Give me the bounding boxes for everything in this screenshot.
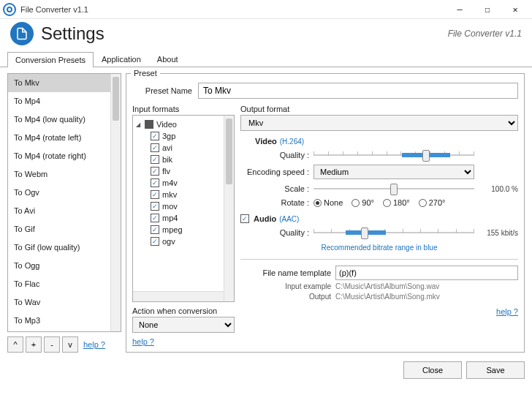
checkbox-icon[interactable]: ✓ bbox=[151, 202, 159, 211]
radio-icon bbox=[352, 199, 360, 207]
move-down-button[interactable]: v bbox=[62, 336, 78, 353]
checkbox-icon[interactable]: ✓ bbox=[151, 132, 159, 140]
action-label: Action when conversion bbox=[132, 306, 235, 315]
filename-template-label: File name template bbox=[240, 268, 335, 277]
checkbox-icon[interactable]: ✓ bbox=[151, 214, 159, 222]
tab-application[interactable]: Application bbox=[94, 51, 149, 67]
checkbox-icon[interactable]: ✓ bbox=[151, 225, 159, 234]
video-codec-label: (H.264) bbox=[280, 138, 304, 146]
action-select[interactable]: None bbox=[132, 317, 235, 333]
checkbox-icon[interactable]: ✓ bbox=[151, 155, 159, 164]
preset-list-scrollbar[interactable] bbox=[110, 74, 121, 331]
output-example-value: C:\Music\Artist\Album\Song.mkv bbox=[335, 293, 518, 301]
encoding-speed-select[interactable]: Medium bbox=[314, 165, 474, 179]
scale-slider[interactable] bbox=[314, 182, 474, 195]
audio-section-label: Audio bbox=[254, 214, 276, 223]
checkbox-indeterminate[interactable] bbox=[145, 120, 153, 129]
tree-group-video[interactable]: ◢ Video bbox=[134, 118, 222, 130]
rotate-label: Rotate : bbox=[240, 198, 314, 207]
divider bbox=[240, 259, 518, 260]
filename-template-input[interactable] bbox=[335, 266, 518, 280]
preset-item[interactable]: To Ogv bbox=[8, 184, 110, 202]
audio-quality-slider[interactable] bbox=[314, 226, 474, 239]
checkbox-icon[interactable]: ✓ bbox=[151, 190, 159, 199]
video-quality-label: Quality : bbox=[240, 151, 314, 159]
preset-item[interactable]: To Flac bbox=[8, 275, 110, 293]
audio-bitrate-value: 155 kbit/s bbox=[474, 229, 518, 237]
tree-item[interactable]: ✓mpeg bbox=[134, 224, 222, 236]
page-title: Settings bbox=[41, 23, 104, 44]
tree-item[interactable]: ✓flv bbox=[134, 165, 222, 177]
tree-item[interactable]: ✓avi bbox=[134, 142, 222, 154]
preset-legend: Preset bbox=[131, 69, 160, 78]
preset-item[interactable]: To Avi bbox=[8, 202, 110, 220]
rotate-90-radio[interactable]: 90° bbox=[352, 198, 374, 207]
input-example-label: Input example bbox=[240, 282, 335, 290]
triangle-down-icon: ◢ bbox=[136, 121, 142, 128]
preset-name-input[interactable] bbox=[198, 83, 518, 99]
tree-item[interactable]: ✓mp4 bbox=[134, 212, 222, 224]
preset-item[interactable]: To Ogg bbox=[8, 257, 110, 275]
remove-preset-button[interactable]: - bbox=[44, 336, 60, 353]
input-example-value: C:\Music\Artist\Album\Song.wav bbox=[335, 282, 518, 290]
app-icon bbox=[3, 3, 16, 16]
tab-about[interactable]: About bbox=[149, 51, 186, 67]
preset-item[interactable]: To Mp4 (rotate left) bbox=[8, 129, 110, 147]
recommended-bitrate-note: Recommended bitrate range in blue bbox=[240, 244, 518, 252]
tree-scrollbar-horizontal[interactable] bbox=[133, 291, 224, 301]
preset-help-link[interactable]: help ? bbox=[83, 340, 105, 349]
audio-enable-checkbox[interactable]: ✓ bbox=[240, 214, 249, 223]
radio-icon bbox=[419, 199, 427, 207]
rotate-none-radio[interactable]: None bbox=[314, 198, 343, 207]
preset-name-label: Preset Name bbox=[132, 86, 198, 95]
logo-icon bbox=[10, 22, 34, 45]
preset-item[interactable]: To Mp4 (low quality) bbox=[8, 110, 110, 129]
save-button[interactable]: Save bbox=[466, 361, 525, 379]
audio-quality-label: Quality : bbox=[240, 228, 314, 237]
preset-list[interactable]: To Mkv To Mp4 To Mp4 (low quality) To Mp… bbox=[8, 74, 110, 331]
output-example-label: Output bbox=[240, 293, 335, 301]
input-formats-label: Input formats bbox=[132, 105, 235, 113]
preset-item[interactable]: To Wav bbox=[8, 293, 110, 312]
tree-item[interactable]: ✓ogv bbox=[134, 236, 222, 247]
preset-item[interactable]: To Gif (low quality) bbox=[8, 238, 110, 257]
preset-item[interactable]: To Webm bbox=[8, 165, 110, 184]
checkbox-icon[interactable]: ✓ bbox=[151, 237, 159, 246]
tab-conversion-presets[interactable]: Conversion Presets bbox=[7, 52, 94, 67]
preset-item[interactable]: To Mp3 bbox=[8, 312, 110, 330]
tree-item[interactable]: ✓mkv bbox=[134, 189, 222, 200]
tree-item[interactable]: ✓bik bbox=[134, 154, 222, 165]
scale-value: 100.0 % bbox=[474, 185, 518, 193]
checkbox-icon[interactable]: ✓ bbox=[151, 143, 159, 152]
scale-label: Scale : bbox=[240, 184, 314, 193]
action-help-link[interactable]: help ? bbox=[132, 337, 235, 346]
preset-item[interactable]: To Mp4 (rotate right) bbox=[8, 147, 110, 165]
page-subtitle: File Converter v1.1 bbox=[448, 29, 522, 39]
tree-item[interactable]: ✓3gp bbox=[134, 130, 222, 142]
rotate-270-radio[interactable]: 270° bbox=[419, 198, 446, 207]
output-format-label: Output format bbox=[240, 105, 518, 113]
output-help-link[interactable]: help ? bbox=[496, 307, 518, 316]
video-quality-slider[interactable] bbox=[314, 148, 474, 162]
add-preset-button[interactable]: + bbox=[26, 336, 42, 353]
tree-item[interactable]: ✓mov bbox=[134, 200, 222, 212]
preset-item[interactable]: To Gif bbox=[8, 220, 110, 238]
output-format-select[interactable]: Mkv bbox=[240, 115, 518, 131]
input-format-tree[interactable]: ◢ Video ✓3gp ✓avi ✓bik ✓flv ✓m4v ✓mkv ✓m… bbox=[133, 116, 224, 301]
close-window-button[interactable]: ✕ bbox=[501, 0, 529, 19]
move-up-button[interactable]: ^ bbox=[7, 336, 23, 353]
preset-item[interactable]: To Mp4 bbox=[8, 92, 110, 110]
close-button[interactable]: Close bbox=[403, 361, 462, 379]
checkbox-icon[interactable]: ✓ bbox=[151, 167, 159, 176]
header: Settings File Converter v1.1 bbox=[0, 19, 532, 50]
minimize-button[interactable]: — bbox=[446, 0, 474, 19]
checkbox-icon[interactable]: ✓ bbox=[151, 178, 159, 187]
tree-scrollbar-vertical[interactable] bbox=[224, 116, 234, 301]
maximize-button[interactable]: ☐ bbox=[474, 0, 501, 19]
radio-icon bbox=[314, 199, 322, 207]
tab-bar: Conversion Presets Application About bbox=[0, 51, 532, 67]
preset-item[interactable]: To Mkv bbox=[8, 74, 110, 92]
tree-item[interactable]: ✓m4v bbox=[134, 177, 222, 189]
rotate-180-radio[interactable]: 180° bbox=[383, 198, 410, 207]
window-title: File Converter v1.1 bbox=[20, 5, 88, 14]
